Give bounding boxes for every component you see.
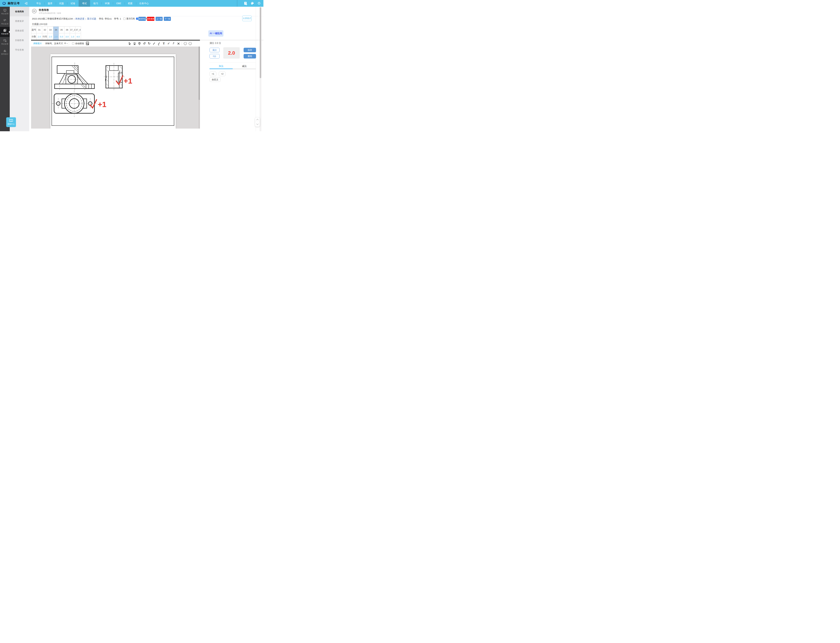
full-score-button[interactable]: 满分 bbox=[210, 48, 220, 52]
max-score-label: 满分 2.0 分 bbox=[210, 42, 221, 45]
back-button[interactable] bbox=[32, 9, 37, 13]
auto-trace-checkbox[interactable] bbox=[72, 42, 74, 44]
side-section-view bbox=[104, 63, 125, 90]
nav-item-assessment[interactable]: 评测 bbox=[101, 0, 113, 7]
undo-icon[interactable]: ↺ bbox=[143, 42, 146, 45]
page-scrollbar[interactable] bbox=[260, 7, 261, 131]
clear-search-button[interactable]: 清除搜索 bbox=[147, 17, 155, 21]
theme-palette-icon[interactable] bbox=[251, 2, 254, 5]
question-tab-37_3[interactable]: 37_3 bbox=[70, 26, 75, 33]
student-number: 学号: 1 bbox=[114, 18, 121, 20]
half-check-mark-icon[interactable]: ✓× bbox=[172, 42, 175, 45]
quick-add-1-button[interactable]: +1 bbox=[210, 72, 217, 76]
score-34-active[interactable]: 2.0 bbox=[53, 33, 59, 40]
ai-one-click-review-button[interactable]: AI 一键批阅 bbox=[208, 30, 223, 37]
show-question-link[interactable]: 显示试题 bbox=[87, 18, 96, 20]
select-cursor-icon[interactable] bbox=[128, 42, 131, 45]
canvas-scrollbar-thumb[interactable] bbox=[199, 47, 200, 100]
navbar-right-icons: ? bbox=[237, 0, 261, 7]
annotation-tools: ↺ ↻ T ✓ ✓× ← → bbox=[128, 41, 192, 46]
question-tab-36[interactable]: 36 bbox=[64, 26, 70, 33]
mark-size-label: 对错号、文本尺寸 bbox=[46, 42, 63, 45]
check-mark-icon[interactable]: ✓ bbox=[167, 42, 170, 45]
help-center-button[interactable]: 帮助中心 bbox=[6, 117, 16, 127]
scroll-up-icon[interactable] bbox=[256, 119, 259, 121]
sidebar-item-exam-management[interactable]: 考试管理 bbox=[0, 7, 10, 17]
tab-addition[interactable]: 加法 bbox=[210, 64, 233, 69]
mark-size-select[interactable]: 中 bbox=[63, 41, 69, 46]
custom-score-button[interactable]: 自定义 bbox=[210, 77, 221, 82]
submenu-item-review-progress[interactable]: 阅卷进度 bbox=[10, 26, 29, 36]
show-reviewed-checkbox[interactable]: 显示已阅 bbox=[123, 17, 135, 20]
question-tab-34-active[interactable]: 34 bbox=[53, 26, 59, 33]
student-info: 学生: 学生x1学号: 1 bbox=[99, 17, 121, 20]
score-37_4[interactable]: 4.0 bbox=[75, 33, 81, 40]
nav-item-platform[interactable]: 平台 bbox=[33, 0, 44, 7]
secondary-sidebar: 收卷阅卷 阅卷复评 阅卷进度 扫描答卷 学生答卷 bbox=[10, 7, 29, 131]
nav-item-question-bank[interactable]: 题库 bbox=[44, 0, 56, 7]
table-header-score: 分数 bbox=[31, 33, 37, 40]
save-button[interactable]: 保存 bbox=[244, 48, 256, 52]
nav-item-exam[interactable]: 考试 bbox=[79, 0, 90, 7]
submenu-item-scan-papers[interactable]: 扫描答卷 bbox=[10, 36, 29, 45]
checkbox-unchecked-icon[interactable] bbox=[123, 18, 125, 20]
help-doc-icon[interactable]: ? bbox=[244, 2, 247, 5]
nav-item-task-center[interactable]: 任务中心 bbox=[136, 0, 152, 7]
nav-item-papers[interactable]: 试卷 bbox=[67, 0, 79, 7]
location-pin-icon[interactable] bbox=[138, 42, 141, 45]
nav-item-questions[interactable]: 试题 bbox=[56, 0, 67, 7]
paper-viewport[interactable]: +1 +1 bbox=[31, 47, 199, 129]
adjust-image-link[interactable]: 调整图片 bbox=[33, 42, 42, 45]
score-32-pending[interactable]: 待阅 bbox=[42, 33, 48, 40]
question-tab-32[interactable]: 32 bbox=[42, 26, 48, 33]
sidebar-item-paper-management[interactable]: 考卷管理 bbox=[0, 27, 10, 37]
nav-item-archive[interactable]: 档案 bbox=[125, 0, 136, 7]
submenu-item-student-papers[interactable]: 学生答卷 bbox=[10, 45, 29, 55]
collapse-menu-icon[interactable] bbox=[25, 2, 28, 5]
sidebar-item-exam-settings[interactable]: 考试设置 bbox=[0, 37, 10, 47]
badge-mark-icon[interactable] bbox=[133, 42, 136, 45]
canvas-scrollbar[interactable] bbox=[199, 47, 200, 129]
nav-item-practice[interactable]: 练习 bbox=[90, 0, 101, 7]
nav-item-obe[interactable]: OBE bbox=[113, 0, 125, 7]
score-35[interactable]: 5.0 bbox=[59, 33, 64, 40]
logout-power-icon[interactable] bbox=[257, 2, 261, 5]
submenu-item-review-recheck[interactable]: 阅卷复评 bbox=[10, 16, 29, 26]
pencil-icon[interactable] bbox=[153, 42, 156, 45]
pen-edit-icon[interactable] bbox=[158, 42, 160, 45]
fullscreen-mode-button[interactable]: 全屏模式 bbox=[242, 16, 252, 21]
exam-settings-icon bbox=[3, 39, 7, 42]
brand-name: 融智云考 bbox=[8, 0, 20, 7]
redo-icon[interactable]: ↻ bbox=[148, 42, 151, 45]
score-31[interactable]: 2.0 bbox=[37, 33, 42, 40]
find-student-button[interactable]: 查找学生 bbox=[138, 17, 146, 21]
page-scrollbar-thumb[interactable] bbox=[260, 7, 261, 78]
auto-trace-label: 自动留痕 bbox=[75, 42, 84, 45]
rereview-button[interactable]: 重阅 bbox=[244, 54, 256, 59]
tab-subtraction[interactable]: 减法 bbox=[233, 64, 256, 69]
submenu-item-collect-review[interactable]: 收卷阅卷 bbox=[10, 7, 29, 16]
score-37_3[interactable]: 1.0 bbox=[70, 33, 75, 40]
magnifier-preview-icon[interactable] bbox=[86, 41, 89, 46]
previous-paper-button[interactable]: 上一份 bbox=[156, 17, 163, 21]
score-33[interactable]: 2.0 bbox=[48, 33, 53, 40]
question-tab-37_4[interactable]: 37_4 bbox=[75, 26, 81, 33]
score-36[interactable]: 3.0 bbox=[64, 33, 70, 40]
quick-add-2-button[interactable]: +2 bbox=[219, 72, 226, 76]
page-subtitle: 对学生的试卷进行统一批阅 bbox=[39, 12, 61, 15]
previous-page-icon[interactable]: ← bbox=[184, 42, 187, 45]
scroll-down-icon[interactable] bbox=[256, 123, 259, 125]
question-tab-35[interactable]: 35 bbox=[59, 26, 64, 33]
next-page-icon[interactable]: → bbox=[189, 42, 192, 45]
text-tool-icon[interactable]: T bbox=[162, 42, 165, 45]
sidebar-item-query-statistics[interactable]: 查询统计 bbox=[0, 47, 10, 57]
question-tab-33[interactable]: 33 bbox=[48, 26, 53, 33]
current-score-value: 2.0 bbox=[228, 50, 235, 56]
checkbox-checked-icon[interactable] bbox=[136, 18, 138, 20]
next-paper-button[interactable]: 下一份 bbox=[164, 17, 171, 21]
cross-mark-icon[interactable] bbox=[177, 42, 180, 45]
sidebar-item-exam-monitoring[interactable]: 考试监控 bbox=[0, 17, 10, 27]
question-tab-31[interactable]: 31 bbox=[37, 26, 42, 33]
review-progress-link[interactable]: 阅卷进度 bbox=[75, 18, 85, 20]
zero-score-button[interactable]: 0分 bbox=[210, 54, 220, 59]
